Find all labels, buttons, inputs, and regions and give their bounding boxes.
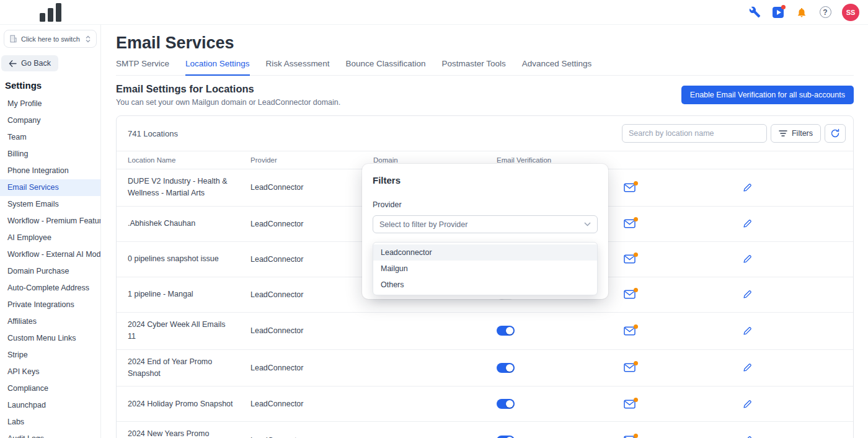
tab-location-settings[interactable]: Location Settings — [185, 59, 250, 76]
tab-risk-assessment[interactable]: Risk Assessment — [266, 59, 330, 75]
provider-select[interactable]: Select to filter by Provider — [373, 215, 598, 233]
edit-icon[interactable] — [743, 436, 752, 438]
bell-icon[interactable] — [795, 6, 808, 19]
warning-dot — [634, 434, 638, 438]
settings-heading: Settings — [0, 76, 100, 96]
table-row: 2024 Holiday Promo SnapshotLeadConnector — [117, 386, 853, 421]
edit-icon[interactable] — [743, 254, 752, 264]
avatar[interactable]: SS — [842, 4, 859, 21]
provider-option-leadconnector[interactable]: Leadconnector — [373, 244, 597, 261]
mail-status-icon[interactable] — [624, 400, 636, 409]
sidebar-item-domain-purchase[interactable]: Domain Purchase — [0, 263, 100, 280]
app-logo[interactable] — [0, 2, 101, 23]
tab-postmaster-tools[interactable]: Postmaster Tools — [441, 59, 505, 75]
provider-option-others[interactable]: Others — [373, 277, 597, 293]
table-row: 2024 Cyber Week All Emails 11LeadConnect… — [117, 312, 853, 349]
edit-icon[interactable] — [743, 326, 752, 336]
refresh-button[interactable] — [825, 124, 846, 143]
location-name: 1 pipeline - Mangal — [117, 277, 239, 312]
pencil-icon — [743, 219, 752, 228]
sidebar-item-stripe[interactable]: Stripe — [0, 347, 100, 364]
sidebar-item-workflow-premium-features[interactable]: Workflow - Premium Features — [0, 213, 100, 230]
provider-name: LeadConnector — [239, 242, 362, 277]
domain-value — [362, 422, 485, 438]
switcher-label: Click here to switch — [21, 35, 81, 43]
announcement-icon[interactable] — [771, 6, 785, 19]
mail-status-icon[interactable] — [624, 363, 636, 372]
warning-dot — [634, 398, 638, 402]
tab-smtp-service[interactable]: SMTP Service — [116, 59, 169, 75]
warning-dot — [634, 253, 638, 257]
locations-count: 741 Locations — [128, 129, 178, 138]
sidebar-item-email-services[interactable]: Email Services — [0, 179, 100, 196]
chevron-down-icon — [584, 222, 591, 226]
tab-advanced-settings[interactable]: Advanced Settings — [522, 59, 592, 75]
mail-status-icon[interactable] — [624, 254, 636, 264]
help-icon[interactable]: ? — [818, 6, 832, 19]
mail-status-icon[interactable] — [624, 219, 636, 228]
toggle-knob — [506, 327, 513, 334]
sidebar-item-compliance[interactable]: Compliance — [0, 380, 100, 397]
provider-label: Provider — [373, 200, 598, 209]
search-input[interactable] — [622, 124, 767, 143]
sidebar-item-api-keys[interactable]: API Keys — [0, 364, 100, 380]
building-icon — [9, 35, 17, 43]
chevron-updown-icon — [85, 35, 91, 43]
sidebar-item-audit-logs[interactable]: Audit Logs — [0, 431, 100, 438]
sidebar-item-ai-employee[interactable]: AI Employee — [0, 230, 100, 246]
pencil-icon — [743, 326, 752, 336]
sidebar-item-labs[interactable]: Labs — [0, 414, 100, 431]
sidebar-item-team[interactable]: Team — [0, 129, 100, 146]
toggle-knob — [506, 364, 513, 372]
modal-title: Filters — [373, 175, 598, 185]
filters-button[interactable]: Filters — [771, 124, 821, 143]
sidebar-nav: My ProfileCompanyTeamBillingPhone Integr… — [0, 96, 100, 438]
table-row: 2024 New Years Promo SnapshotLeadConnect… — [117, 421, 853, 438]
edit-icon[interactable] — [743, 400, 752, 409]
sidebar-item-billing[interactable]: Billing — [0, 146, 100, 163]
mail-status-icon[interactable] — [624, 436, 636, 438]
column-header-location-name: Location Name — [117, 151, 239, 169]
sidebar-item-private-integrations[interactable]: Private Integrations — [0, 297, 100, 313]
account-switcher[interactable]: Click here to switch — [4, 30, 97, 48]
provider-name: LeadConnector — [239, 277, 362, 312]
mail-status-icon[interactable] — [624, 183, 636, 192]
warning-dot — [634, 361, 638, 365]
topbar: ? SS — [0, 0, 868, 25]
mail-status-icon[interactable] — [624, 326, 636, 336]
sidebar-item-launchpad[interactable]: Launchpad — [0, 397, 100, 414]
tab-bounce-classification[interactable]: Bounce Classification — [345, 59, 425, 75]
go-back-button[interactable]: Go Back — [1, 55, 58, 71]
email-verification-toggle[interactable] — [497, 436, 515, 438]
enable-email-verification-button[interactable]: Enable Email Verification for all sub-ac… — [681, 86, 854, 104]
edit-icon[interactable] — [743, 219, 752, 228]
logo-bars-icon — [38, 2, 63, 23]
sidebar-item-phone-integration[interactable]: Phone Integration — [0, 163, 100, 179]
email-verification-toggle[interactable] — [497, 326, 515, 336]
sidebar-item-system-emails[interactable]: System Emails — [0, 196, 100, 213]
mail-status-icon[interactable] — [624, 290, 636, 299]
sidebar-item-affiliates[interactable]: Affiliates — [0, 313, 100, 330]
domain-value — [362, 387, 485, 421]
domain-value — [362, 350, 485, 387]
edit-icon[interactable] — [743, 290, 752, 299]
panel-toolbar: 741 Locations Filters — [117, 116, 853, 151]
edit-icon[interactable] — [743, 183, 752, 192]
email-verification-toggle[interactable] — [497, 399, 515, 409]
location-name: 2024 Holiday Promo Snapshot — [117, 387, 239, 421]
question-mark-glyph: ? — [820, 6, 831, 18]
provider-name: LeadConnector — [239, 350, 362, 387]
sidebar-item-company[interactable]: Company — [0, 112, 100, 129]
provider-option-mailgun[interactable]: Mailgun — [373, 261, 597, 277]
provider-name: LeadConnector — [239, 422, 362, 438]
sidebar-item-my-profile[interactable]: My Profile — [0, 96, 100, 112]
filters-button-label: Filters — [792, 129, 813, 138]
pencil-icon — [743, 363, 752, 372]
sidebar-item-auto-complete-address[interactable]: Auto-Complete Address — [0, 280, 100, 297]
tools-icon[interactable] — [748, 6, 761, 19]
section-title: Email Settings for Locations — [116, 83, 340, 95]
sidebar-item-custom-menu-links[interactable]: Custom Menu Links — [0, 330, 100, 347]
sidebar-item-workflow-external-ai-models[interactable]: Workflow - External AI Models — [0, 246, 100, 263]
email-verification-toggle[interactable] — [497, 363, 515, 373]
edit-icon[interactable] — [743, 363, 752, 372]
